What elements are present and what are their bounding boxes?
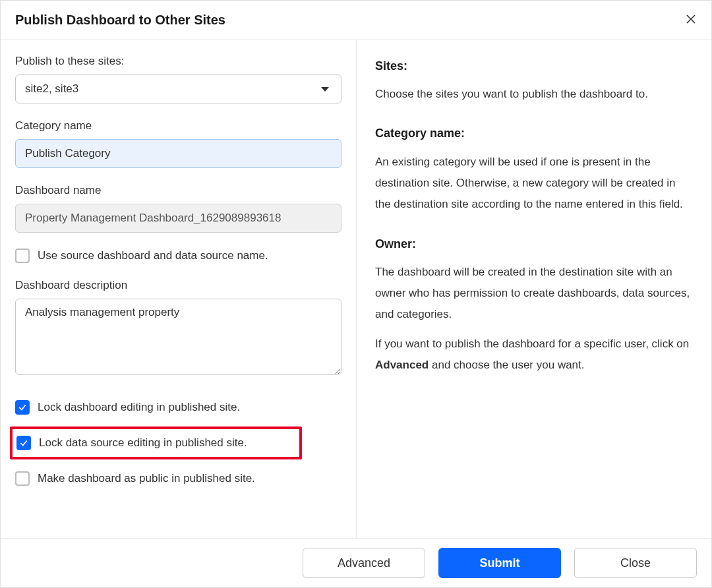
options-block: Lock dashboard editing in published site… bbox=[15, 396, 341, 490]
help-owner-text2-strong: Advanced bbox=[375, 359, 429, 371]
sites-select[interactable]: site2, site3 bbox=[15, 74, 341, 103]
sites-value: site2, site3 bbox=[25, 82, 78, 96]
help-owner-text1: The dashboard will be created in the des… bbox=[375, 262, 692, 326]
description-group: Dashboard description Analysis managemen… bbox=[15, 279, 341, 378]
help-sites-heading: Sites: bbox=[375, 55, 692, 77]
help-panel: Sites: Choose the sites you want to publ… bbox=[357, 40, 711, 538]
lock-dashboard-label: Lock dashboard editing in published site… bbox=[38, 401, 240, 414]
close-button[interactable]: Close bbox=[574, 548, 697, 578]
lock-dashboard-checkbox[interactable] bbox=[15, 400, 30, 415]
make-public-label: Make dashboard as public in published si… bbox=[38, 472, 255, 485]
lock-datasource-checkbox[interactable] bbox=[16, 436, 31, 450]
sites-label: Publish to these sites: bbox=[15, 55, 341, 68]
make-public-checkbox[interactable] bbox=[15, 471, 30, 486]
chevron-down-icon bbox=[321, 87, 329, 92]
description-label: Dashboard description bbox=[15, 279, 341, 292]
use-source-name-label: Use source dashboard and data source nam… bbox=[38, 249, 268, 262]
help-owner-text2-post: and choose the user you want. bbox=[429, 359, 584, 371]
close-icon[interactable] bbox=[685, 13, 697, 28]
dialog-header: Publish Dashboard to Other Sites bbox=[1, 1, 711, 40]
help-sites-text: Choose the sites you want to publish the… bbox=[375, 84, 692, 105]
dialog-title: Publish Dashboard to Other Sites bbox=[15, 13, 225, 28]
category-group: Category name bbox=[15, 119, 341, 168]
sites-group: Publish to these sites: site2, site3 bbox=[15, 55, 341, 103]
publish-dialog: Publish Dashboard to Other Sites Publish… bbox=[0, 0, 712, 588]
lock-datasource-highlight: Lock data source editing in published si… bbox=[10, 426, 302, 459]
form-panel: Publish to these sites: site2, site3 Cat… bbox=[1, 40, 357, 538]
use-source-name-checkbox[interactable] bbox=[15, 249, 30, 263]
help-owner-text2: If you want to publish the dashboard for… bbox=[375, 334, 692, 376]
help-category-text: An existing category will be used if one… bbox=[375, 152, 692, 216]
dashboard-name-group: Dashboard name bbox=[15, 184, 341, 233]
help-category-heading: Category name: bbox=[375, 122, 692, 144]
lock-datasource-row: Lock data source editing in published si… bbox=[16, 436, 295, 450]
lock-dashboard-row: Lock dashboard editing in published site… bbox=[15, 396, 341, 419]
submit-button[interactable]: Submit bbox=[438, 548, 561, 578]
dialog-body: Publish to these sites: site2, site3 Cat… bbox=[1, 40, 711, 538]
lock-datasource-label: Lock data source editing in published si… bbox=[39, 436, 247, 450]
description-textarea[interactable]: Analysis management property bbox=[15, 299, 341, 375]
use-source-name-row: Use source dashboard and data source nam… bbox=[15, 249, 341, 263]
dialog-footer: Advanced Submit Close bbox=[1, 538, 711, 587]
category-label: Category name bbox=[15, 119, 341, 132]
help-owner-heading: Owner: bbox=[375, 233, 692, 255]
category-input[interactable] bbox=[15, 139, 341, 168]
dashboard-name-label: Dashboard name bbox=[15, 184, 341, 197]
advanced-button[interactable]: Advanced bbox=[303, 548, 425, 578]
help-owner-text2-pre: If you want to publish the dashboard for… bbox=[375, 338, 689, 350]
dashboard-name-input bbox=[15, 204, 341, 233]
make-public-row: Make dashboard as public in published si… bbox=[15, 467, 341, 490]
